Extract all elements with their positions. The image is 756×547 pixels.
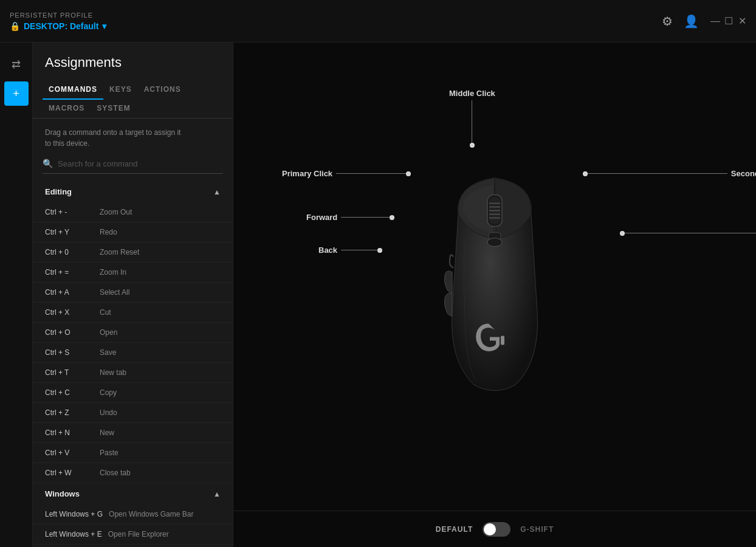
sidebar-nav-add[interactable]: + (4, 81, 29, 106)
list-item[interactable]: Ctrl + Y Redo (33, 222, 233, 243)
titlebar-right: ⚙ 👤 — ☐ ✕ (662, 14, 746, 29)
windows-items: Left Windows + G Open Windows Game Bar L… (33, 504, 233, 545)
default-label: DEFAULT (436, 525, 473, 534)
toggle-thumb (484, 523, 496, 535)
category-editing[interactable]: Editing ▲ (33, 181, 233, 202)
secondary-click-label: Secondary Click (731, 169, 756, 178)
profile-name: DESKTOP: Default (24, 21, 98, 31)
list-item[interactable]: Ctrl + S Save (33, 343, 233, 363)
gshift-label: G-SHIFT (520, 525, 554, 534)
secondary-click-annotation: Secondary Click (583, 169, 756, 178)
category-windows-name: Windows (45, 489, 80, 498)
drag-hint: Drag a command onto a target to assign i… (33, 119, 233, 155)
left-panel: Assignments COMMANDS KEYS ACTIONS MACROS… (33, 43, 233, 547)
mouse-area: Middle Click Primary Click Secondary Cli… (233, 43, 756, 511)
toggle-track (483, 522, 510, 537)
search-input[interactable] (58, 159, 223, 168)
middle-click-annotation: Middle Click (449, 89, 495, 148)
titlebar-icons: ⚙ 👤 (662, 14, 699, 29)
tab-commands[interactable]: COMMANDS (43, 80, 103, 100)
maximize-button[interactable]: ☐ (724, 17, 733, 26)
list-item[interactable]: Ctrl + 0 Zoom Reset (33, 243, 233, 263)
tab-macros[interactable]: MACROS (43, 99, 91, 119)
svg-rect-9 (501, 336, 504, 345)
bottom-bar: DEFAULT G-SHIFT (233, 511, 756, 547)
account-icon[interactable]: 👤 (684, 14, 699, 29)
list-item[interactable]: Ctrl + C Copy (33, 383, 233, 403)
category-editing-name: Editing (45, 187, 72, 196)
mouse-diagram: Middle Click Primary Click Secondary Cli… (343, 79, 647, 474)
back-annotation: Back (318, 246, 382, 255)
list-item[interactable]: Ctrl + O Open (33, 323, 233, 343)
minimize-button[interactable]: — (711, 17, 720, 26)
collapse-windows-icon: ▲ (213, 490, 221, 498)
forward-label: Forward (306, 213, 337, 222)
dpi-cycle-annotation: DPI Cycle (620, 229, 756, 238)
collapse-editing-icon: ▲ (213, 188, 221, 196)
main-layout: ⇄ + Assignments COMMANDS KEYS ACTIONS MA… (0, 43, 756, 547)
sidebar-nav-arrows[interactable]: ⇄ (4, 52, 29, 77)
panel-title: Assignments (33, 43, 233, 80)
list-item[interactable]: Ctrl + = Zoom In (33, 263, 233, 283)
tab-system[interactable]: SYSTEM (91, 99, 136, 119)
list-item[interactable]: Ctrl + N New (33, 423, 233, 443)
main-content: Middle Click Primary Click Secondary Cli… (233, 43, 756, 547)
list-item[interactable]: Left Windows + E Open File Explorer (33, 525, 233, 545)
list-item[interactable]: Ctrl + V Paste (33, 443, 233, 463)
primary-click-label: Primary Click (282, 169, 332, 178)
settings-icon[interactable]: ⚙ (662, 14, 673, 29)
list-item[interactable]: Ctrl + - Zoom Out (33, 202, 233, 222)
list-item[interactable]: Ctrl + W Close tab (33, 463, 233, 483)
lock-icon: 🔒 (10, 21, 20, 31)
search-wrap: 🔍 (43, 159, 223, 174)
editing-items: Ctrl + - Zoom Out Ctrl + Y Redo Ctrl + 0… (33, 202, 233, 483)
primary-click-annotation: Primary Click (282, 169, 411, 178)
mouse-body-svg (422, 166, 568, 397)
command-list: Editing ▲ Ctrl + - Zoom Out Ctrl + Y Red… (33, 181, 233, 547)
list-item[interactable]: Ctrl + A Select All (33, 283, 233, 303)
list-item[interactable]: Ctrl + T New tab (33, 363, 233, 383)
window-controls: — ☐ ✕ (711, 17, 746, 26)
forward-annotation: Forward (306, 213, 394, 222)
titlebar: PERSISTENT PROFILE 🔒 DESKTOP: Default ▾ … (0, 0, 756, 43)
list-item[interactable]: Ctrl + X Cut (33, 303, 233, 323)
titlebar-left: PERSISTENT PROFILE 🔒 DESKTOP: Default ▾ (10, 12, 106, 31)
category-windows[interactable]: Windows ▲ (33, 483, 233, 504)
chevron-down-icon: ▾ (102, 21, 106, 31)
svg-point-8 (487, 238, 502, 247)
search-icon: 🔍 (43, 159, 53, 168)
list-item[interactable]: Left Windows + G Open Windows Game Bar (33, 504, 233, 525)
mode-toggle[interactable] (483, 522, 510, 537)
list-item[interactable]: Ctrl + Z Undo (33, 403, 233, 423)
tab-keys[interactable]: KEYS (103, 80, 138, 100)
sidebar-narrow: ⇄ + (0, 43, 33, 547)
tabs: COMMANDS KEYS ACTIONS MACROS SYSTEM (33, 80, 233, 119)
titlebar-title: PERSISTENT PROFILE (10, 12, 106, 19)
tab-actions[interactable]: ACTIONS (138, 80, 187, 100)
close-button[interactable]: ✕ (738, 17, 746, 26)
back-label: Back (318, 246, 337, 255)
middle-click-label: Middle Click (449, 89, 495, 98)
titlebar-profile[interactable]: 🔒 DESKTOP: Default ▾ (10, 21, 106, 31)
